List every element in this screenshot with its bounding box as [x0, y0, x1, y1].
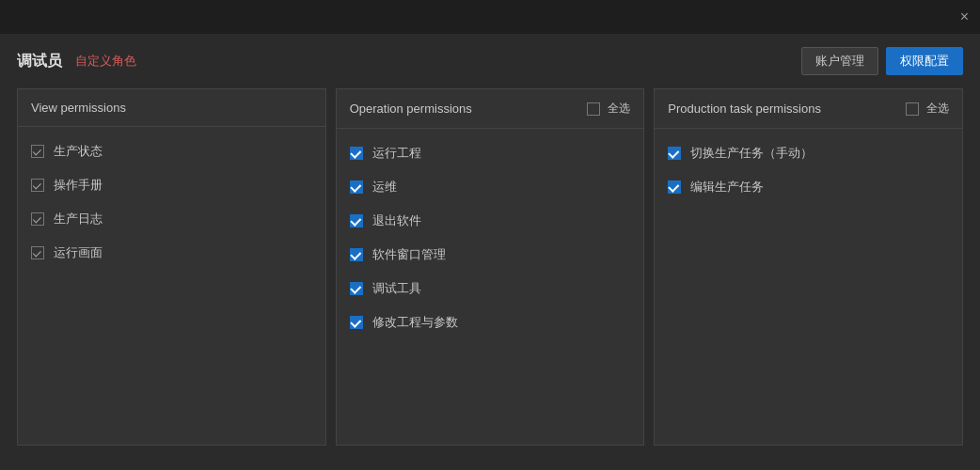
header: 调试员 自定义角色 账户管理 权限配置 [0, 34, 980, 88]
production-select-all-checkbox[interactable] [906, 102, 919, 116]
list-item: 操作手册 [31, 168, 312, 202]
operation-select-all-checkbox[interactable] [587, 102, 600, 116]
header-actions: 账户管理 权限配置 [801, 47, 963, 75]
production-permissions-panel: Production task permissions 全选 切换生产任务（手动… [654, 88, 963, 446]
item-label: 编辑生产任务 [690, 179, 764, 196]
operation-permissions-panel: Operation permissions 全选 运行工程 运维 退出软件 软件… [336, 88, 645, 446]
item-label: 运行画面 [54, 244, 103, 261]
view-permissions-panel: View permissions 生产状态 操作手册 生产日志 运行画面 [17, 88, 326, 446]
checkbox-编辑生产任务[interactable] [668, 180, 681, 194]
operation-panel-body: 运行工程 运维 退出软件 软件窗口管理 调试工具 修改工程与参数 [337, 129, 644, 347]
list-item: 切换生产任务（手动） [668, 136, 949, 170]
checkbox-修改工程与参数[interactable] [350, 316, 363, 329]
item-label: 生产状态 [54, 143, 103, 160]
item-label: 操作手册 [54, 177, 103, 194]
permissions-config-button[interactable]: 权限配置 [886, 47, 963, 75]
list-item: 退出软件 [350, 204, 631, 238]
item-label: 修改工程与参数 [372, 314, 458, 331]
operation-panel-header: Operation permissions 全选 [337, 89, 644, 129]
header-subtitle: 自定义角色 [75, 53, 136, 70]
production-panel-header: Production task permissions 全选 [655, 89, 962, 129]
item-label: 调试工具 [372, 280, 421, 297]
production-select-all-label: 全选 [926, 101, 949, 117]
list-item: 运维 [350, 170, 631, 204]
title-bar: × [0, 0, 980, 34]
production-panel-body: 切换生产任务（手动） 编辑生产任务 [655, 129, 962, 212]
header-title: 调试员 [17, 52, 62, 71]
checkbox-切换生产任务[interactable] [668, 147, 681, 160]
checkbox-退出软件[interactable] [350, 214, 363, 227]
item-label: 退出软件 [372, 212, 421, 229]
list-item: 运行画面 [31, 236, 312, 270]
operation-select-all-label: 全选 [608, 101, 630, 117]
checkbox-运维[interactable] [350, 180, 363, 194]
list-item: 修改工程与参数 [350, 306, 631, 339]
checkbox-生产日志[interactable] [31, 212, 44, 226]
view-panel-header: View permissions [18, 89, 325, 127]
list-item: 调试工具 [350, 272, 631, 306]
checkbox-软件窗口管理[interactable] [350, 248, 363, 261]
close-button[interactable]: × [960, 9, 969, 24]
list-item: 生产状态 [31, 134, 312, 168]
list-item: 软件窗口管理 [350, 238, 631, 272]
checkbox-生产状态[interactable] [31, 145, 44, 158]
operation-panel-title: Operation permissions [350, 102, 580, 116]
content-area: View permissions 生产状态 操作手册 生产日志 运行画面 Ope [0, 88, 980, 462]
view-panel-body: 生产状态 操作手册 生产日志 运行画面 [18, 127, 325, 277]
item-label: 切换生产任务（手动） [690, 145, 813, 162]
item-label: 运维 [372, 179, 397, 196]
view-panel-title: View permissions [31, 101, 312, 115]
item-label: 运行工程 [372, 145, 421, 162]
item-label: 生产日志 [54, 211, 103, 227]
checkbox-运行工程[interactable] [350, 147, 363, 160]
item-label: 软件窗口管理 [372, 246, 446, 263]
list-item: 编辑生产任务 [668, 170, 949, 204]
checkbox-运行画面[interactable] [31, 246, 44, 259]
list-item: 生产日志 [31, 202, 312, 236]
checkbox-调试工具[interactable] [350, 282, 363, 295]
production-panel-title: Production task permissions [668, 102, 898, 116]
account-management-button[interactable]: 账户管理 [801, 47, 878, 75]
checkbox-操作手册[interactable] [31, 179, 44, 192]
list-item: 运行工程 [350, 136, 631, 170]
